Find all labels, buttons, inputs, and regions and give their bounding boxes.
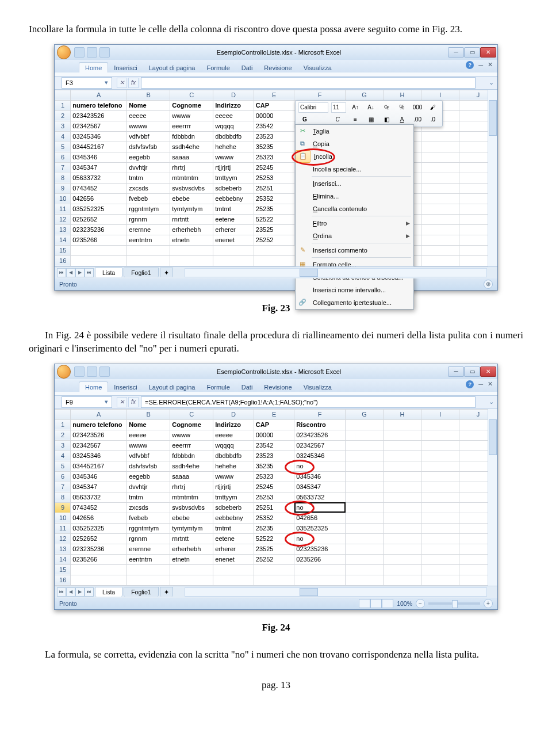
cell-A16[interactable] [71, 575, 127, 585]
cell-D6[interactable]: wwww [213, 471, 254, 482]
cell-G8[interactable] [346, 492, 384, 502]
cell-D2[interactable]: eeeee [213, 430, 254, 440]
row-header-6[interactable]: 6 [55, 471, 71, 482]
cell-A4[interactable]: 03245346 [71, 131, 127, 142]
cell-A6[interactable]: 0345346 [71, 471, 127, 482]
cell-C2[interactable]: wwww [170, 430, 213, 440]
cell-C13[interactable]: erherhebh [170, 544, 213, 554]
cell-E11[interactable]: 25235 [254, 204, 294, 214]
col-header-C[interactable]: C [170, 409, 213, 419]
font-color-icon[interactable]: A [396, 114, 408, 125]
cancel-formula-icon[interactable]: ✕ [117, 397, 127, 407]
cell-F16[interactable] [294, 575, 346, 585]
cell-E13[interactable]: 23525 [254, 544, 294, 554]
cell-H15[interactable] [384, 564, 421, 575]
cell-A10[interactable]: 042656 [71, 513, 127, 523]
cell-E12[interactable]: 52522 [254, 214, 294, 224]
cell-I14[interactable] [421, 554, 459, 564]
new-sheet-icon[interactable]: ✦ [160, 587, 173, 597]
cell-A3[interactable]: 02342567 [71, 121, 127, 131]
ribbon-tab-home[interactable]: Home [79, 381, 108, 392]
cell-C6[interactable]: saaaa [170, 471, 213, 482]
cell-F3[interactable]: 02342567 [294, 440, 346, 450]
cell-E5[interactable]: 35235 [254, 461, 294, 471]
cell-A9[interactable]: 0743452 [71, 502, 127, 513]
cell-H6[interactable] [384, 471, 421, 482]
cell-D9[interactable]: sdbeberb [213, 502, 254, 513]
col-header-I[interactable]: I [421, 90, 459, 100]
col-header-D[interactable]: D [213, 409, 254, 419]
cell-I10[interactable] [421, 513, 459, 523]
cell-E9[interactable]: 25251 [254, 183, 294, 193]
cell-B5[interactable]: dsfvfsvfsb [127, 142, 170, 152]
cell-I16[interactable] [421, 575, 459, 585]
cell-D8[interactable]: tmttyym [213, 173, 254, 183]
redo-icon[interactable] [99, 47, 110, 58]
context-item[interactable]: Ordina ▶ [296, 230, 413, 242]
cell-C4[interactable]: fdbbbdn [170, 131, 213, 142]
increase-decimal-icon[interactable]: .00 [411, 114, 424, 125]
row-header-11[interactable]: 11 [55, 204, 71, 214]
zoom-in-icon[interactable]: + [484, 599, 493, 608]
shrink-font-icon[interactable]: A↓ [365, 102, 377, 113]
cell-E7[interactable]: 25245 [254, 162, 294, 173]
undo-icon[interactable] [87, 47, 97, 58]
cell-B16[interactable] [127, 255, 170, 266]
ribbon-tab-layout[interactable]: Layout di pagina [143, 63, 201, 72]
cell-I2[interactable] [421, 430, 459, 440]
cell-C3[interactable]: eeerrrr [170, 121, 213, 131]
cell-B10[interactable]: fvebeb [127, 193, 170, 204]
cell-A8[interactable]: 05633732 [71, 173, 127, 183]
cell-B3[interactable]: wwww [127, 121, 170, 131]
cell-G12[interactable] [346, 533, 384, 544]
cell-A4[interactable]: 03245346 [71, 450, 127, 461]
cell-B5[interactable]: dsfvfsvfsb [127, 461, 170, 471]
cell-E9[interactable]: 25251 [254, 502, 294, 513]
cell-B13[interactable]: erernne [127, 544, 170, 554]
ribbon-tab-formule[interactable]: Formule [201, 63, 235, 72]
cell-C12[interactable]: rnrtntt [170, 214, 213, 224]
row-header-9[interactable]: 9 [55, 502, 71, 513]
cell-A5[interactable]: 034452167 [71, 461, 127, 471]
cell-D14[interactable]: enenet [213, 235, 254, 245]
cell-A6[interactable]: 0345346 [71, 152, 127, 162]
maximize-button[interactable]: ▭ [464, 47, 480, 58]
cell-I12[interactable] [421, 533, 459, 544]
cell-D15[interactable] [213, 245, 254, 255]
cell-D3[interactable]: wqqqq [213, 121, 254, 131]
cell-A15[interactable] [71, 564, 127, 575]
formula-input[interactable]: =SE.ERRORE(CERCA.VERT(A9;Foglio1!A:A;1;F… [141, 396, 476, 408]
cell-C14[interactable]: etnetn [170, 235, 213, 245]
cell-G6[interactable] [346, 471, 384, 482]
cell-B1[interactable]: Nome [127, 100, 170, 110]
cell-D9[interactable]: sdbeberb [213, 183, 254, 193]
cell-C1[interactable]: Cognome [170, 419, 213, 430]
row-header-7[interactable]: 7 [55, 162, 71, 173]
cell-E3[interactable]: 23542 [254, 121, 294, 131]
context-item[interactable]: 🔗 Collegamento ipertestuale... [296, 296, 413, 309]
cell-I4[interactable] [421, 450, 459, 461]
cell-G7[interactable] [346, 482, 384, 492]
center-icon[interactable]: ≡ [349, 114, 362, 125]
cell-I12[interactable] [421, 214, 459, 224]
zoom-slider[interactable] [428, 602, 480, 605]
mdi-close-icon[interactable]: ✕ [488, 61, 493, 68]
cell-D7[interactable]: rtjjrjrtj [213, 162, 254, 173]
cell-H3[interactable] [384, 440, 421, 450]
cell-F10[interactable]: 042656 [294, 513, 346, 523]
cell-F5[interactable]: no [294, 461, 346, 471]
cell-E10[interactable]: 25352 [254, 513, 294, 523]
cancel-formula-icon[interactable]: ✕ [117, 78, 127, 88]
col-header-B[interactable]: B [127, 409, 170, 419]
row-header-5[interactable]: 5 [55, 142, 71, 152]
cell-B3[interactable]: wwww [127, 440, 170, 450]
cell-F4[interactable]: 03245346 [294, 450, 346, 461]
cell-E14[interactable]: 25252 [254, 235, 294, 245]
cell-B2[interactable]: eeeee [127, 430, 170, 440]
cell-B7[interactable]: dvvhtjr [127, 482, 170, 492]
ribbon-tab-inserisci[interactable]: Inserisci [108, 382, 143, 392]
format-painter-icon[interactable]: 🖌 [427, 102, 439, 113]
cell-F13[interactable]: 023235236 [294, 544, 346, 554]
cell-I8[interactable] [421, 173, 459, 183]
cell-A1[interactable]: numero telefono [71, 100, 127, 110]
